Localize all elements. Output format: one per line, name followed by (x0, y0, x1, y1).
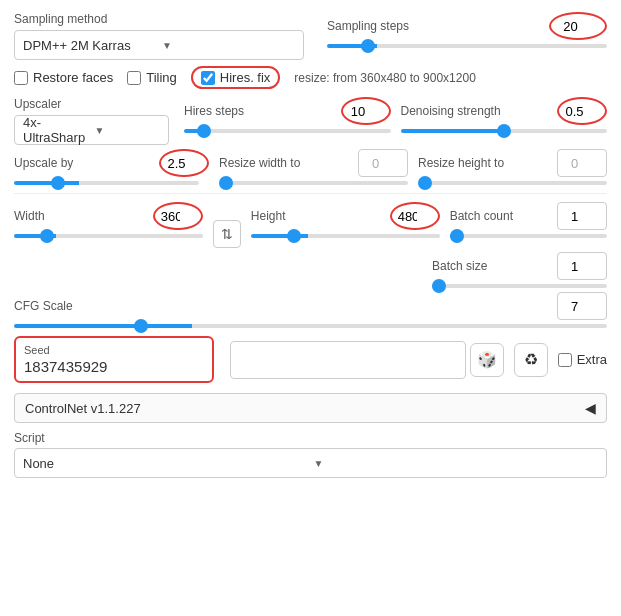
resize-height-input[interactable] (557, 149, 607, 177)
restore-faces-checkbox[interactable] (14, 71, 28, 85)
swap-icon: ⇅ (221, 226, 233, 242)
sampling-method-value: DPM++ 2M Karras (23, 38, 156, 53)
sampling-steps-slider[interactable] (327, 44, 607, 48)
upscaler-value: 4x-UltraSharp (23, 115, 89, 145)
upscale-by-input[interactable] (159, 149, 209, 177)
width-input[interactable] (153, 202, 203, 230)
dice-icon: 🎲 (477, 350, 497, 369)
script-value: None (23, 456, 308, 471)
sampling-method-dropdown[interactable]: DPM++ 2M Karras ▼ (14, 30, 304, 60)
recycle-seed-button[interactable]: ♻ (514, 343, 548, 377)
script-arrow-icon: ▼ (314, 458, 599, 469)
upscaler-label: Upscaler (14, 97, 174, 111)
batch-count-label: Batch count (450, 209, 513, 223)
seed-box: Seed 1837435929 (14, 336, 214, 383)
controlnet-bar[interactable]: ControlNet v1.1.227 ◀ (14, 393, 607, 423)
resize-info: resize: from 360x480 to 900x1200 (294, 71, 475, 85)
resize-width-slider[interactable] (219, 181, 408, 185)
extra-label: Extra (577, 352, 607, 367)
swap-dimensions-button[interactable]: ⇅ (213, 220, 241, 248)
height-slider[interactable] (251, 234, 440, 238)
width-slider[interactable] (14, 234, 203, 238)
controlnet-toggle-icon: ◀ (585, 400, 596, 416)
denoising-strength-label: Denoising strength (401, 104, 501, 118)
sampling-method-label: Sampling method (14, 12, 304, 26)
script-label: Script (14, 431, 607, 445)
recycle-icon: ♻ (524, 350, 538, 369)
batch-count-input[interactable] (557, 202, 607, 230)
seed-value: 1837435929 (24, 358, 204, 375)
restore-faces-checkbox-row: Restore faces (14, 70, 113, 85)
hires-steps-slider[interactable] (184, 129, 391, 133)
sampling-method-arrow-icon: ▼ (162, 40, 295, 51)
upscale-by-slider[interactable] (14, 181, 199, 185)
height-label: Height (251, 209, 286, 223)
seed-label: Seed (24, 344, 204, 356)
resize-width-input[interactable] (358, 149, 408, 177)
cfg-scale-input[interactable] (557, 292, 607, 320)
batch-size-label: Batch size (432, 259, 487, 273)
upscaler-arrow-icon: ▼ (95, 125, 161, 136)
batch-size-slider[interactable] (432, 284, 607, 288)
hires-fix-checkbox[interactable] (201, 71, 215, 85)
tiling-checkbox-row: Tiling (127, 70, 177, 85)
batch-count-slider[interactable] (450, 234, 607, 238)
extra-checkbox-row: Extra (558, 352, 607, 367)
hires-fix-label: Hires. fix (220, 70, 271, 85)
resize-width-label: Resize width to (219, 156, 300, 170)
batch-size-input[interactable] (557, 252, 607, 280)
sampling-steps-label: Sampling steps (327, 19, 409, 33)
denoising-strength-input[interactable] (557, 97, 607, 125)
hires-steps-label: Hires steps (184, 104, 244, 118)
denoising-strength-slider[interactable] (401, 129, 608, 133)
hires-fix-checkbox-row: Hires. fix (191, 66, 281, 89)
extra-checkbox[interactable] (558, 353, 572, 367)
cfg-scale-slider[interactable] (14, 324, 607, 328)
hires-steps-input[interactable] (341, 97, 391, 125)
seed-input[interactable] (230, 341, 466, 379)
tiling-label: Tiling (146, 70, 177, 85)
resize-height-label: Resize height to (418, 156, 504, 170)
dice-button[interactable]: 🎲 (470, 343, 504, 377)
height-input[interactable] (390, 202, 440, 230)
upscale-by-label: Upscale by (14, 156, 73, 170)
controlnet-label: ControlNet v1.1.227 (25, 401, 141, 416)
script-dropdown[interactable]: None ▼ (14, 448, 607, 478)
sampling-steps-input[interactable] (549, 12, 607, 40)
cfg-scale-label: CFG Scale (14, 299, 73, 313)
script-section: Script None ▼ (14, 431, 607, 478)
restore-faces-label: Restore faces (33, 70, 113, 85)
upscaler-dropdown[interactable]: 4x-UltraSharp ▼ (14, 115, 169, 145)
width-label: Width (14, 209, 45, 223)
resize-height-slider[interactable] (418, 181, 607, 185)
tiling-checkbox[interactable] (127, 71, 141, 85)
